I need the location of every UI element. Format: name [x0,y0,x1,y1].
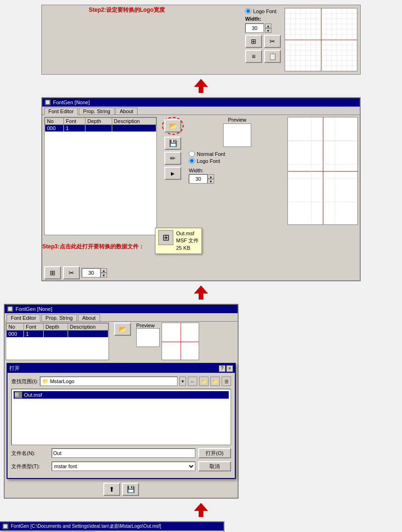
width-input-top[interactable] [245,23,264,33]
copy-btn-top[interactable]: 📋 [264,50,281,63]
file-tooltip: ⊞ Out.msf MSF 文件 25 KB [155,228,202,254]
col-no1: No [45,118,64,125]
file-info: Out.msf MSF 文件 25 KB [176,230,199,252]
radio-group1: Normal Font Logo Font [189,151,286,164]
section2-wrapper: 🔲 FontGen [None] Font Editor Prop. Strin… [41,97,361,281]
width-label1: Width: [189,168,286,173]
open-folder-btn1[interactable]: 📂 [164,119,181,132]
tab-prop-string1[interactable]: Prop. String [79,108,115,115]
bottom-spinner-down1[interactable]: ▼ [100,273,107,278]
tab-font-editor3[interactable]: Font Editor [7,314,40,322]
nav-new-btn[interactable]: 📁 [210,377,220,386]
width-down-top[interactable]: ▼ [265,28,271,33]
folder-combo[interactable]: 📁 MstarLogo [40,377,178,386]
bottom-width-input1[interactable] [82,268,100,278]
tab-about3[interactable]: About [78,314,100,321]
cancel-btn[interactable]: 取消 [198,461,231,471]
filetype-select[interactable]: mstar font [52,462,195,471]
spinner-btns1[interactable]: ▲ ▼ [208,174,214,184]
preview-box1: Preview [189,117,286,147]
indent-btn-top[interactable]: ≡ [245,50,262,63]
nav-up-btn[interactable]: 📁 [199,377,209,386]
dialog-close-btn[interactable]: × [226,365,233,372]
spinner-up1[interactable]: ▲ [208,174,214,179]
play-btn1[interactable]: ▶ [164,167,181,180]
svg-marker-41 [194,503,208,517]
step3-label: Step3:点击此处打开要转换的数据文件： [42,243,144,251]
icon-btns-top2: ≡ 📋 [245,50,281,63]
cell-font3: 1 [23,331,43,338]
bottom-controls1: ⊞ ✂ ▲ ▼ [42,265,360,280]
filename-input[interactable] [52,448,195,458]
bottom-width1: ▲ ▼ [82,268,107,278]
svg-marker-37 [194,285,208,300]
open-btn-highlight1: 📂 [162,117,184,135]
middle-controls1: 📂 💾 ✏ ▶ [159,117,187,235]
width-up-top[interactable]: ▲ [265,23,271,28]
file-list-icon: ⊞ [15,392,22,398]
file-list[interactable]: ⊞ Out.msf [11,389,231,445]
tab-prop-string3[interactable]: Prop. String [41,314,77,321]
col-desc3: Description [68,324,108,331]
tab-font-editor1[interactable]: Font Editor [44,108,78,115]
table-row1[interactable]: 000 1 [45,125,156,132]
fontgen-tabs3: Font Editor Prop. String About [5,313,238,322]
arrow3 [192,501,210,519]
scissors-btn-top[interactable]: ✂ [264,35,281,48]
tab-about1[interactable]: About [116,108,138,115]
eraser-btn1[interactable]: ✏ [164,152,181,165]
width-spinner-top[interactable]: ▲ ▼ [245,23,271,33]
normal-font-radio1[interactable]: Normal Font [189,151,286,157]
move-btn-top[interactable]: ⊞ [245,35,262,48]
bottom-move-btn1[interactable]: ⊞ [44,266,61,279]
width-spinner-btns-top[interactable]: ▲ ▼ [265,23,271,33]
section3-wrapper: 🔲 FontGen [None] Font Editor Prop. Strin… [41,304,361,499]
bottom-scissors-btn1[interactable]: ✂ [63,266,80,279]
width-spinner1[interactable]: ▲ ▼ [189,174,286,184]
width-control-top: Width: [245,16,261,22]
cell-desc3 [68,331,108,338]
logo-font-radio-top[interactable]: Logo Font [245,8,277,14]
grid-top: // Drawn via SVG static lines below [285,8,357,71]
preview-area1: Preview Normal Font Logo Font [189,117,286,235]
font-table3: No Font Depth Description 000 1 [6,323,109,360]
col-no3: No [7,324,24,331]
filetype-label: 文件类型(T): [11,463,49,470]
font-table1: No Font Depth Description 000 1 [44,117,157,235]
bottom-spinner-up1[interactable]: ▲ [100,268,107,273]
bottom-spinner-btns1[interactable]: ▲ ▼ [100,268,107,278]
dialog-titlebar: 打开 ? × [8,364,235,373]
fontgen-window4: 🔲 FontGen [C:\Documents and Settings\ide… [0,521,224,532]
filename-row: 文件名(N): 打开(O) [11,448,231,458]
upload-btn3[interactable]: ⬆ [103,483,120,496]
spinner-down1[interactable]: ▼ [208,179,214,184]
nav-back-btn[interactable]: ← [188,377,197,386]
width-input1[interactable] [189,174,208,184]
arrow1 [192,77,210,95]
bottom-spinner1[interactable]: ▲ ▼ [82,268,107,278]
dialog-title-btns: ? × [219,365,233,372]
fontgen-tabs1: Font Editor Prop. String About [42,107,360,115]
table-row3[interactable]: 000 1 [7,331,108,338]
dialog-help-btn[interactable]: ? [219,365,225,372]
cell-no1: 000 [45,125,64,132]
folder-combo-arrow[interactable]: ▼ [179,377,186,386]
normal-font-label1: Normal Font [197,151,225,157]
fontgen-titlebar1: 🔲 FontGen [None] [42,98,360,107]
open-file-btn[interactable]: 打开(O) [198,448,231,458]
svg-marker-27 [194,79,208,93]
open-btn3[interactable]: 📂 [114,323,131,336]
col-font3: Font [23,324,43,331]
fontgen-window1: 🔲 FontGen [None] Font Editor Prop. Strin… [41,97,361,281]
save-btn1[interactable]: 💾 [164,137,181,150]
nav-view-btn[interactable]: ☰ [222,377,231,386]
file-list-item[interactable]: ⊞ Out.msf [14,391,229,399]
col-font1: Font [64,118,85,125]
section1-top-window: Step2:设定要转换的Logo宽度 Logo Font Width: ▲ ▼ [41,5,361,75]
dialog-body: 查找范围(I): 📁 MstarLogo ▼ ← 📁 📁 ☰ [8,373,235,478]
icon-btns-top: ⊞ ✂ [245,35,281,48]
logo-font-radio1[interactable]: Logo Font [189,158,286,164]
save-btn3[interactable]: 💾 [122,483,139,496]
folder-icon: 📁 [41,378,50,385]
preview-label3: Preview [136,323,155,328]
